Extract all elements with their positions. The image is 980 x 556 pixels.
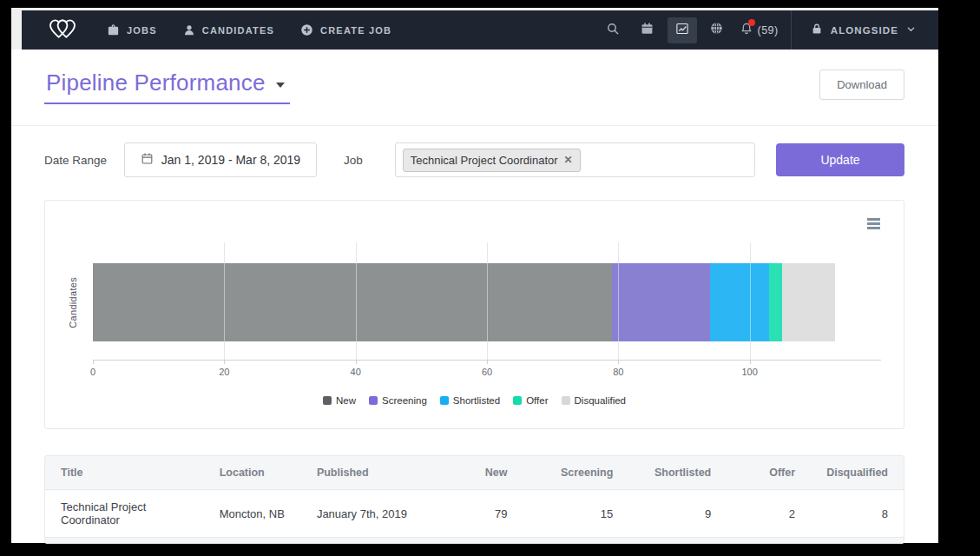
main-content: Pipeline Performance Download Date Range… <box>11 70 938 544</box>
lock-icon <box>811 23 823 37</box>
nav-item-label: JOBS <box>127 25 157 36</box>
nav-item-label: CREATE JOB <box>320 25 391 36</box>
caret-down-icon <box>276 83 285 88</box>
cell-disqualified: 8 <box>811 490 904 538</box>
legend-label: Disqualified <box>575 395 626 406</box>
account-label: ALONGSIDE <box>831 25 898 36</box>
bar-segment-offer[interactable] <box>769 263 782 341</box>
brand-logo[interactable] <box>22 17 100 44</box>
legend-item-offer[interactable]: Offer <box>513 395 548 406</box>
pipeline-table: Title Location Published New Screening S… <box>45 456 904 538</box>
axis-tick-label: 60 <box>482 367 492 377</box>
bell-icon <box>740 22 753 39</box>
legend-item-screening[interactable]: Screening <box>369 395 427 406</box>
pipeline-chart-card: Candidates 020406080100 NewScreeningShor… <box>44 200 904 429</box>
notification-count: (59) <box>758 24 779 36</box>
globe-icon <box>710 22 723 38</box>
col-header-published: Published <box>301 456 439 490</box>
legend-item-shortlisted[interactable]: Shortlisted <box>440 395 500 406</box>
gridline-overlay <box>356 263 357 341</box>
navbar-actions: (59) ALONGSIDE <box>595 10 939 50</box>
pipeline-table-card: Title Location Published New Screening S… <box>44 455 904 544</box>
gridline-overlay <box>224 263 225 341</box>
navbar: JOBS CANDIDATES <box>22 10 938 50</box>
legend-label: Offer <box>526 395 548 406</box>
axis-tick-label: 80 <box>613 367 623 377</box>
plot-area: 020406080100 <box>93 242 881 361</box>
job-tag: Technical Project Coordinator ✕ <box>403 149 581 172</box>
header-divider <box>11 125 938 126</box>
bar-segment-shortlisted[interactable] <box>710 263 769 341</box>
legend-item-disqualified[interactable]: Disqualified <box>562 395 626 406</box>
table-row[interactable]: Technical Project Coordinator Moncton, N… <box>45 490 904 538</box>
gridline-overlay <box>487 263 488 341</box>
bar-segment-disqualified[interactable] <box>782 263 835 341</box>
col-header-screening: Screening <box>523 456 628 490</box>
search-button[interactable] <box>598 17 628 43</box>
globe-button[interactable] <box>702 17 732 43</box>
legend-item-new[interactable]: New <box>323 395 356 406</box>
calendar-button[interactable] <box>633 17 662 43</box>
plus-circle-icon <box>300 23 313 36</box>
legend-swatch <box>513 396 522 405</box>
gridline-overlay <box>750 263 751 341</box>
axis-tick <box>487 360 488 364</box>
col-header-title: Title <box>45 456 204 490</box>
axis-tick <box>93 360 94 364</box>
bar-segment-new[interactable] <box>93 263 612 341</box>
col-header-shortlisted: Shortlisted <box>628 456 727 490</box>
cell-published: January 7th, 2019 <box>301 490 439 538</box>
table-header-row: Title Location Published New Screening S… <box>45 456 904 490</box>
axis-tick <box>750 360 751 364</box>
legend-label: Shortlisted <box>453 395 500 406</box>
notifications-button[interactable]: (59) <box>740 22 779 39</box>
double-heart-logo-icon <box>46 17 79 44</box>
axis-tick-label: 100 <box>741 367 757 377</box>
analytics-button[interactable] <box>668 17 697 43</box>
briefcase-icon <box>107 23 120 36</box>
nav-menu: JOBS CANDIDATES <box>107 23 391 36</box>
cell-location: Moncton, NB <box>204 490 301 538</box>
nav-item-candidates[interactable]: CANDIDATES <box>183 24 274 36</box>
cell-title: Technical Project Coordinator <box>45 490 204 538</box>
col-header-offer: Offer <box>727 456 811 490</box>
axis-tick-label: 40 <box>351 367 361 377</box>
download-button[interactable]: Download <box>819 70 904 100</box>
chart-line-icon <box>675 22 689 39</box>
col-header-disqualified: Disqualified <box>811 456 904 490</box>
date-range-label: Date Range <box>44 154 124 167</box>
calendar-icon <box>641 22 654 38</box>
filter-bar: Date Range Jan 1, 2019 - Mar 8, 2019 Job… <box>44 142 904 177</box>
account-menu[interactable]: ALONGSIDE <box>792 10 938 50</box>
job-label: Job <box>344 154 363 167</box>
legend-label: New <box>336 395 356 406</box>
cell-new: 79 <box>439 490 523 538</box>
chevron-down-icon <box>906 24 916 36</box>
col-header-location: Location <box>204 456 301 490</box>
report-selector[interactable]: Pipeline Performance <box>44 70 290 104</box>
axis-tick-label: 0 <box>90 367 95 377</box>
axis-tick <box>224 360 225 364</box>
search-icon <box>606 22 620 39</box>
y-axis-label: Candidates <box>68 263 78 341</box>
remove-tag-icon[interactable]: ✕ <box>564 155 573 165</box>
axis-tick <box>356 360 357 364</box>
axis-tick-label: 20 <box>219 367 229 377</box>
person-icon <box>183 24 195 36</box>
notification-dot <box>748 19 755 26</box>
legend-swatch <box>323 396 332 405</box>
chart-context-menu-icon[interactable] <box>865 215 883 232</box>
cell-shortlisted: 9 <box>628 490 727 538</box>
date-range-input[interactable]: Jan 1, 2019 - Mar 8, 2019 <box>124 142 317 177</box>
nav-item-jobs[interactable]: JOBS <box>107 23 157 36</box>
job-tag-label: Technical Project Coordinator <box>411 154 558 167</box>
cell-screening: 15 <box>523 490 628 538</box>
chart-legend: NewScreeningShortlistedOfferDisqualified <box>45 395 904 406</box>
bar-segment-screening[interactable] <box>612 263 711 341</box>
legend-swatch <box>369 396 378 405</box>
nav-item-create-job[interactable]: CREATE JOB <box>300 23 391 36</box>
axis-tick <box>618 360 619 364</box>
update-button[interactable]: Update <box>776 143 904 176</box>
page-title: Pipeline Performance <box>46 70 266 96</box>
job-select-input[interactable]: Technical Project Coordinator ✕ <box>395 142 755 177</box>
